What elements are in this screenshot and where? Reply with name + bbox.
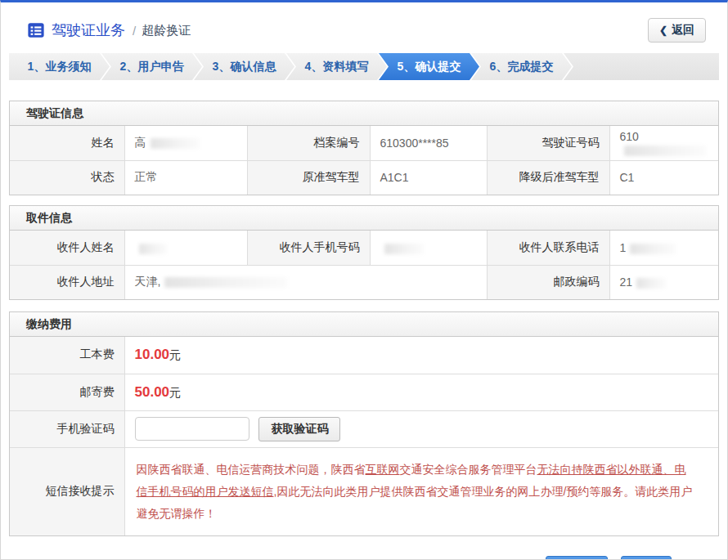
recipient-phone-value: 1 <box>609 231 718 265</box>
original-class-value: A1C1 <box>370 160 487 195</box>
step-tabs: 1、业务须知 2、用户申告 3、确认信息 4、资料填写 5、确认提交 6、完成提… <box>9 53 719 80</box>
postal-code-label: 邮政编码 <box>487 265 609 299</box>
main-content: 驾驶证信息 姓名 高 档案编号 610300****85 驾驶证号码 610 状… <box>1 101 727 560</box>
license-section-title: 驾驶证信息 <box>10 101 718 126</box>
downgraded-class-label: 降级后准驾车型 <box>487 160 609 195</box>
redacted-blur <box>384 244 424 254</box>
step-tab-5-active[interactable]: 5、确认提交 <box>379 53 479 80</box>
captcha-input[interactable] <box>135 417 249 441</box>
captcha-label: 手机验证码 <box>10 410 124 447</box>
step-tab-3[interactable]: 3、确认信息 <box>194 53 294 80</box>
license-number-value: 610 <box>609 126 718 160</box>
original-class-label: 原准驾车型 <box>247 160 370 195</box>
back-button-label: 返回 <box>672 23 694 38</box>
step-tab-6[interactable]: 6、完成提交 <box>471 53 572 80</box>
sms-notice-label: 短信接收提示 <box>10 447 124 535</box>
table-row: 工本费 10.00元 <box>10 337 718 374</box>
redacted-blur <box>164 277 287 288</box>
production-fee-label: 工本费 <box>10 337 124 374</box>
fees-table: 工本费 10.00元 邮寄费 50.00元 手机验证码 获取验证码 <box>10 337 718 535</box>
redacted-blur <box>636 278 666 289</box>
postage-fee-amount: 50.00 <box>135 384 170 400</box>
back-button[interactable]: ❮ 返回 <box>648 18 706 43</box>
redacted-blur <box>630 244 676 254</box>
step-tab-4[interactable]: 4、资料填写 <box>286 53 387 80</box>
step-tabs-filler <box>564 53 719 80</box>
recipient-mobile-label: 收件人手机号码 <box>247 231 370 265</box>
form-list-icon <box>27 21 45 39</box>
pickup-info-table: 收件人姓名 收件人手机号码 收件人联系电话 1 收件人地址 天津, 邮政编码 2… <box>10 231 718 299</box>
table-row: 邮寄费 50.00元 <box>10 374 718 410</box>
redacted-blur <box>151 138 200 149</box>
table-row: 短信接收提示 因陕西省联通、电信运营商技术问题，陕西省互联网交通安全综合服务管理… <box>10 447 718 535</box>
recipient-address-label: 收件人地址 <box>10 265 124 299</box>
redacted-blur <box>624 146 706 156</box>
table-row: 姓名 高 档案编号 610300****85 驾驶证号码 610 <box>10 126 718 160</box>
breadcrumb-separator: / <box>133 24 136 38</box>
step-tab-1[interactable]: 1、业务须知 <box>9 53 110 80</box>
captcha-cell: 获取验证码 <box>124 410 718 447</box>
status-label: 状态 <box>10 160 124 195</box>
breadcrumb-current: 超龄换证 <box>142 23 191 38</box>
table-row: 手机验证码 获取验证码 <box>10 410 718 447</box>
table-row: 收件人地址 天津, 邮政编码 21 <box>10 265 718 299</box>
step-tab-2[interactable]: 2、用户申告 <box>101 53 202 80</box>
chevron-left-icon: ❮ <box>659 25 667 36</box>
recipient-mobile-value <box>370 231 487 265</box>
sms-notice-text: 因陕西省联通、电信运营商技术问题，陕西省互联网交通安全综合服务管理平台无法向持陕… <box>135 448 709 535</box>
fee-unit: 元 <box>169 348 181 361</box>
recipient-address-value: 天津, <box>124 265 487 299</box>
downgraded-class-value: C1 <box>609 160 718 195</box>
license-info-table: 姓名 高 档案编号 610300****85 驾驶证号码 610 状态 正常 原… <box>10 126 718 195</box>
postage-fee-value: 50.00元 <box>124 374 718 410</box>
get-captcha-button[interactable]: 获取验证码 <box>258 417 340 441</box>
name-value: 高 <box>124 126 247 160</box>
table-row: 状态 正常 原准驾车型 A1C1 降级后准驾车型 C1 <box>10 160 718 195</box>
license-number-label: 驾驶证号码 <box>487 126 609 160</box>
fee-unit: 元 <box>169 386 181 399</box>
page-title: 驾驶证业务 <box>52 20 125 40</box>
file-number-label: 档案编号 <box>247 126 370 160</box>
production-fee-amount: 10.00 <box>135 347 170 362</box>
fees-section-title: 缴纳费用 <box>10 312 718 337</box>
finish-button[interactable]: 完成 <box>621 556 672 560</box>
page-header: 驾驶证业务 / 超龄换证 ❮ 返回 <box>1 2 727 53</box>
pickup-section-title: 取件信息 <box>10 206 718 231</box>
name-label: 姓名 <box>10 126 124 160</box>
fees-section: 缴纳费用 工本费 10.00元 邮寄费 50.00元 手机验证码 <box>9 311 719 536</box>
sms-notice-cell: 因陕西省联通、电信运营商技术问题，陕西省互联网交通安全综合服务管理平台无法向持陕… <box>124 447 718 535</box>
pickup-info-section: 取件信息 收件人姓名 收件人手机号码 收件人联系电话 1 收件人地址 天津, 邮… <box>9 205 719 300</box>
previous-step-button[interactable]: 上一步 <box>546 556 608 560</box>
file-number-value: 610300****85 <box>370 126 487 160</box>
redacted-blur <box>139 244 167 254</box>
license-info-section: 驾驶证信息 姓名 高 档案编号 610300****85 驾驶证号码 610 状… <box>9 101 719 195</box>
footer-actions: 上一步 完成 <box>9 556 719 560</box>
status-value: 正常 <box>124 160 247 195</box>
postage-fee-label: 邮寄费 <box>10 374 124 410</box>
recipient-name-label: 收件人姓名 <box>10 231 124 265</box>
postal-code-value: 21 <box>609 265 718 299</box>
recipient-phone-label: 收件人联系电话 <box>487 231 609 265</box>
table-row: 收件人姓名 收件人手机号码 收件人联系电话 1 <box>10 231 718 265</box>
production-fee-value: 10.00元 <box>124 337 718 374</box>
recipient-name-value <box>124 231 247 265</box>
page-container: 驾驶证业务 / 超龄换证 ❮ 返回 1、业务须知 2、用户申告 3、确认信息 4… <box>0 0 728 560</box>
